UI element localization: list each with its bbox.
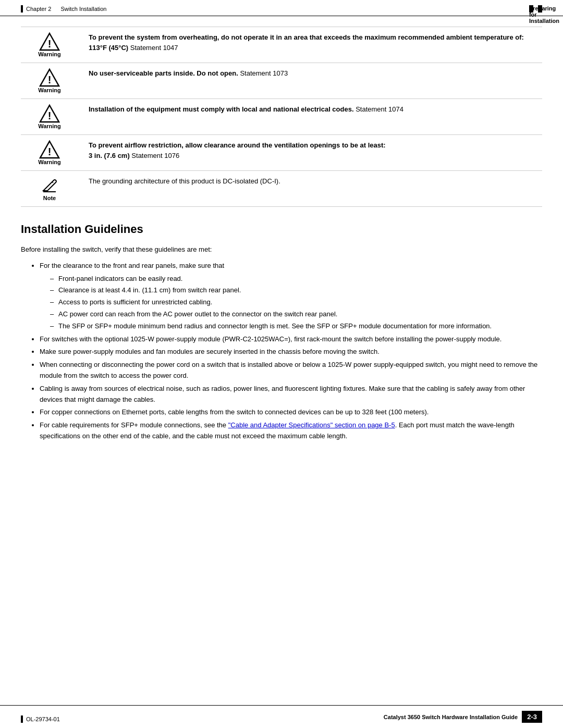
page-number: 2-3 xyxy=(522,711,542,723)
warning-extra-bold-1: 113°F (45°C) xyxy=(89,44,128,52)
list-item-6: For copper connections on Ethernet ports… xyxy=(40,407,542,418)
header-left-bar-icon xyxy=(21,5,23,13)
list-item-2-text: For switches with the optional 1025-W po… xyxy=(40,335,501,343)
warning-extra-normal-3: Statement 1074 xyxy=(354,105,403,113)
warning-triangle-icon-1: ! xyxy=(39,32,60,51)
header-right-section: Preparing for Installation xyxy=(529,5,533,13)
header-chapter: Chapter 2 xyxy=(26,6,51,12)
warning-triangle-icon-4: ! xyxy=(39,140,60,159)
warning-row-1: ! Warning To prevent the system from ove… xyxy=(21,27,542,63)
warning-bold-text-3: Installation of the equipment must compl… xyxy=(89,105,354,113)
list-item-4: When connecting or disconnecting the pow… xyxy=(40,360,542,381)
sub-list-item-1-1: Front-panel indicators can be easily rea… xyxy=(50,274,542,285)
page-footer: OL-29734-01 Catalyst 3650 Switch Hardwar… xyxy=(0,705,563,728)
warning-triangle-icon-3: ! xyxy=(39,104,60,123)
warning-text-2: No user-serviceable parts inside. Do not… xyxy=(83,68,542,79)
list-item-7-link[interactable]: "Cable and Adapter Specifications" secti… xyxy=(228,421,395,429)
warning-icon-col-2: ! Warning xyxy=(21,68,83,93)
note-pencil-icon xyxy=(40,176,59,195)
warning-triangle-icon-2: ! xyxy=(39,68,60,87)
list-item-1: For the clearance to the front and rear … xyxy=(40,261,542,332)
warning-row-4: ! Warning To prevent airflow restriction… xyxy=(21,134,542,170)
page-header: Chapter 2 Switch Installation Preparing … xyxy=(0,0,563,16)
footer-guide-title: Catalyst 3650 Switch Hardware Installati… xyxy=(384,714,518,720)
svg-text:!: ! xyxy=(48,146,52,157)
warning-label-1: Warning xyxy=(38,51,61,57)
header-left: Chapter 2 Switch Installation xyxy=(21,5,106,13)
warning-extra-normal-1: Statement 1047 xyxy=(128,44,178,52)
sub-list-item-1-4: AC power cord can reach from the AC powe… xyxy=(50,309,542,320)
list-item-3: Make sure power-supply modules and fan m… xyxy=(40,347,542,357)
warning-text-3: Installation of the equipment must compl… xyxy=(83,104,542,115)
warning-extra-normal-2: Statement 1073 xyxy=(238,69,288,77)
installation-guidelines-heading: Installation Guidelines xyxy=(21,223,542,236)
list-item-4-text: When connecting or disconnecting the pow… xyxy=(40,361,537,379)
list-item-7: For cable requirements for SFP+ module c… xyxy=(40,420,542,442)
warning-icon-col-3: ! Warning xyxy=(21,104,83,129)
warning-icon-col-4: ! Warning xyxy=(21,140,83,165)
list-item-5-text: Cabling is away from sources of electric… xyxy=(40,385,525,403)
sub-list-item-1-5: The SFP or SFP+ module minimum bend radi… xyxy=(50,321,542,332)
svg-text:!: ! xyxy=(48,38,52,50)
list-item-7-text-before: For cable requirements for SFP+ module c… xyxy=(40,421,228,429)
footer-right: Catalyst 3650 Switch Hardware Installati… xyxy=(384,711,542,723)
footer-left-bar-icon xyxy=(21,715,23,723)
list-item-6-text: For copper connections on Ethernet ports… xyxy=(40,408,429,416)
sub-list-1: Front-panel indicators can be easily rea… xyxy=(50,274,542,332)
svg-line-9 xyxy=(52,182,53,183)
sub-list-item-1-2: Clearance is at least 4.4 in. (11.1 cm) … xyxy=(50,285,542,296)
warning-bold-text-2: No user-serviceable parts inside. Do not… xyxy=(89,69,238,77)
header-right: Preparing for Installation xyxy=(526,5,542,13)
page-container: Chapter 2 Switch Installation Preparing … xyxy=(0,0,563,728)
main-content: ! Warning To prevent the system from ove… xyxy=(0,16,563,455)
installation-guidelines-intro: Before installing the switch, verify tha… xyxy=(21,244,542,255)
note-row: Note The grounding architecture of this … xyxy=(21,170,542,207)
list-item-3-text: Make sure power-supply modules and fan m… xyxy=(40,348,380,355)
warning-label-3: Warning xyxy=(38,123,61,129)
list-item-1-text: For the clearance to the front and rear … xyxy=(40,262,224,269)
note-label: Note xyxy=(43,195,56,201)
installation-guidelines-list: For the clearance to the front and rear … xyxy=(40,261,542,442)
list-item-5: Cabling is away from sources of electric… xyxy=(40,384,542,405)
warning-label-2: Warning xyxy=(38,87,61,93)
warning-bold-text-4: To prevent airflow restriction, allow cl… xyxy=(89,141,386,149)
list-item-2: For switches with the optional 1025-W po… xyxy=(40,334,542,345)
svg-text:!: ! xyxy=(48,110,52,121)
warning-icon-col-1: ! Warning xyxy=(21,32,83,57)
note-text: The grounding architecture of this produ… xyxy=(83,176,542,187)
warning-row-2: ! Warning No user-serviceable parts insi… xyxy=(21,63,542,98)
warning-text-4: To prevent airflow restriction, allow cl… xyxy=(83,140,542,161)
footer-left: OL-29734-01 xyxy=(21,715,60,723)
warning-label-4: Warning xyxy=(38,159,61,165)
warning-row-3: ! Warning Installation of the equipment … xyxy=(21,98,542,134)
svg-text:!: ! xyxy=(48,74,52,85)
warning-extra-normal-4: Statement 1076 xyxy=(130,152,179,159)
footer-document-id: OL-29734-01 xyxy=(26,716,60,722)
warning-extra-bold-4: 3 in. (7.6 cm) xyxy=(89,152,130,159)
warning-table: ! Warning To prevent the system from ove… xyxy=(21,27,542,207)
note-icon-col: Note xyxy=(21,176,83,201)
warning-bold-text-1: To prevent the system from overheating, … xyxy=(89,33,524,41)
header-section: Switch Installation xyxy=(60,6,106,12)
sub-list-item-1-3: Access to ports is sufficient for unrest… xyxy=(50,297,542,308)
note-body-text: The grounding architecture of this produ… xyxy=(89,177,280,185)
warning-text-1: To prevent the system from overheating, … xyxy=(83,32,542,53)
header-right-bar-icon xyxy=(538,5,542,13)
